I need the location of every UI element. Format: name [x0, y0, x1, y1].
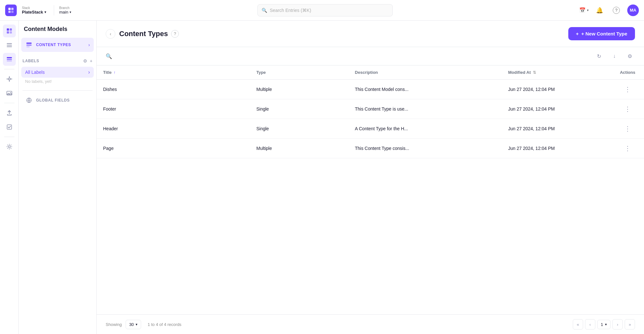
first-page-button[interactable]: «	[573, 319, 583, 329]
current-page: 1	[601, 322, 603, 327]
labels-settings-icon[interactable]: ⚙	[83, 58, 87, 64]
calendar-button[interactable]: 📅 ▾	[579, 7, 589, 13]
showing-label: Showing	[106, 322, 122, 327]
pagination-bar: Showing 30 ▾ 1 to 4 of 4 records « ‹ 1 ▾…	[97, 314, 644, 334]
nav-list[interactable]	[3, 39, 16, 52]
notifications-button[interactable]: 🔔	[594, 5, 605, 16]
sidebar-title: Content Models	[19, 26, 96, 38]
per-page-value: 30	[129, 322, 134, 327]
row-actions-button-3[interactable]: ⋮	[618, 144, 638, 152]
row-actions-button-1[interactable]: ⋮	[618, 105, 638, 113]
table-settings-button[interactable]: ⚙	[625, 51, 635, 61]
refresh-button[interactable]: ↻	[594, 51, 604, 61]
table-row[interactable]: Header Single A Content Type for the H..…	[97, 119, 644, 139]
help-question-icon: ?	[174, 31, 176, 36]
cell-type-0: Multiple	[250, 80, 349, 99]
branch-name: main ▾	[59, 10, 71, 15]
help-circle-button[interactable]: ?	[171, 30, 179, 38]
svg-point-14	[8, 78, 10, 80]
table-row[interactable]: Dishes Multiple This Content Model cons.…	[97, 80, 644, 99]
cell-title-3: Page	[97, 139, 250, 158]
prev-page-icon: ‹	[590, 322, 591, 327]
branch-selector[interactable]: Branch main ▾	[59, 6, 71, 15]
svg-rect-6	[7, 31, 9, 34]
svg-rect-8	[7, 43, 12, 44]
column-header-type[interactable]: Type	[250, 65, 349, 80]
sidebar-content-types-section: CONTENT TYPES ›	[19, 38, 96, 53]
next-page-icon: ›	[617, 322, 618, 327]
svg-rect-23	[26, 44, 32, 46]
nav-separator-2	[4, 103, 14, 103]
svg-rect-1	[11, 8, 14, 10]
cell-description-1: This Content Type is use...	[349, 99, 502, 119]
sidebar-content-types-label: CONTENT TYPES	[36, 43, 88, 47]
export-button[interactable]: ↓	[609, 51, 620, 61]
cell-actions-2: ⋮	[611, 119, 644, 139]
table-toolbar: 🔍 ↻ ↓ ⚙	[97, 47, 644, 65]
sidebar-global-fields-section: GLOBAL FIELDS	[19, 93, 96, 107]
row-actions-button-2[interactable]: ⋮	[618, 125, 638, 133]
svg-rect-7	[10, 31, 12, 34]
table-search-icon: 🔍	[106, 53, 112, 59]
per-page-selector[interactable]: 30 ▾	[126, 320, 141, 329]
page-chevron-icon: ▾	[605, 322, 607, 327]
global-search[interactable]: 🔍 Search Entries (⌘K)	[257, 4, 393, 16]
gear-icon: ⚙	[628, 53, 632, 59]
svg-rect-3	[11, 11, 14, 13]
row-actions-button-0[interactable]: ⋮	[618, 85, 638, 93]
nav-media[interactable]	[3, 87, 16, 100]
svg-rect-9	[7, 45, 12, 45]
all-labels-label: All Labels	[25, 70, 88, 75]
stack-selector[interactable]: Stack PlateStack ▾	[22, 6, 46, 15]
back-icon: ‹	[110, 31, 111, 36]
first-page-icon: «	[577, 322, 579, 327]
stack-chevron-icon: ▾	[44, 10, 46, 14]
svg-rect-13	[7, 61, 12, 62]
sidebar-item-all-labels[interactable]: All Labels ›	[21, 67, 94, 78]
labels-empty-message: No labels, yet!	[21, 78, 94, 88]
refresh-icon: ↻	[597, 53, 601, 59]
sidebar-item-content-types[interactable]: CONTENT TYPES ›	[21, 38, 94, 52]
column-header-description[interactable]: Description	[349, 65, 502, 80]
nav-upload[interactable]	[3, 106, 16, 119]
nav-settings-bottom[interactable]	[3, 140, 16, 153]
page-number-selector[interactable]: 1 ▾	[597, 320, 610, 329]
nav-content-model[interactable]	[3, 53, 16, 66]
table-row[interactable]: Page Multiple This Content Type consis..…	[97, 139, 644, 158]
stack-name: PlateStack ▾	[22, 10, 46, 15]
column-header-title[interactable]: Title ↑	[97, 65, 250, 80]
new-content-type-button[interactable]: + + New Content Type	[568, 27, 635, 40]
nav-plugins[interactable]	[3, 73, 16, 85]
plus-icon: +	[576, 31, 579, 36]
user-avatar[interactable]: MA	[627, 5, 639, 16]
calendar-icon: 📅	[579, 7, 586, 13]
back-button[interactable]: ‹	[106, 29, 115, 39]
labels-add-icon[interactable]: +	[90, 58, 92, 64]
next-page-button[interactable]: ›	[612, 319, 623, 329]
table-search[interactable]: 🔍	[106, 53, 590, 59]
sidebar-separator	[23, 90, 92, 91]
nav-tasks[interactable]	[3, 121, 16, 133]
branch-chevron-icon: ▾	[70, 10, 71, 14]
nav-dashboard[interactable]	[3, 25, 16, 37]
cell-actions-3: ⋮	[611, 139, 644, 158]
sidebar-labels-label: LABELS	[23, 59, 83, 63]
nav-separator-1	[4, 69, 14, 69]
content-types-chevron-icon: ›	[88, 42, 90, 47]
table-toolbar-actions: ↻ ↓ ⚙	[594, 51, 635, 61]
cell-modified-3: Jun 27 2024, 12:04 PM	[502, 139, 611, 158]
sidebar-item-global-fields[interactable]: GLOBAL FIELDS	[21, 93, 94, 107]
sidebar-labels-header: LABELS ⚙ +	[19, 55, 96, 67]
help-button[interactable]: ?	[610, 5, 622, 16]
last-page-button[interactable]: »	[625, 319, 635, 329]
column-header-modified-at[interactable]: Modified At ⇅	[502, 65, 611, 80]
cell-actions-1: ⋮	[611, 99, 644, 119]
svg-rect-2	[8, 11, 11, 13]
global-fields-icon	[25, 96, 33, 104]
topbar: Stack PlateStack ▾ Branch main ▾ 🔍 Searc…	[0, 0, 644, 21]
prev-page-button[interactable]: ‹	[585, 319, 595, 329]
cell-type-2: Single	[250, 119, 349, 139]
column-header-actions: Actions	[611, 65, 644, 80]
sidebar-labels-section: All Labels › No labels, yet!	[19, 67, 96, 88]
table-row[interactable]: Footer Single This Content Type is use..…	[97, 99, 644, 119]
